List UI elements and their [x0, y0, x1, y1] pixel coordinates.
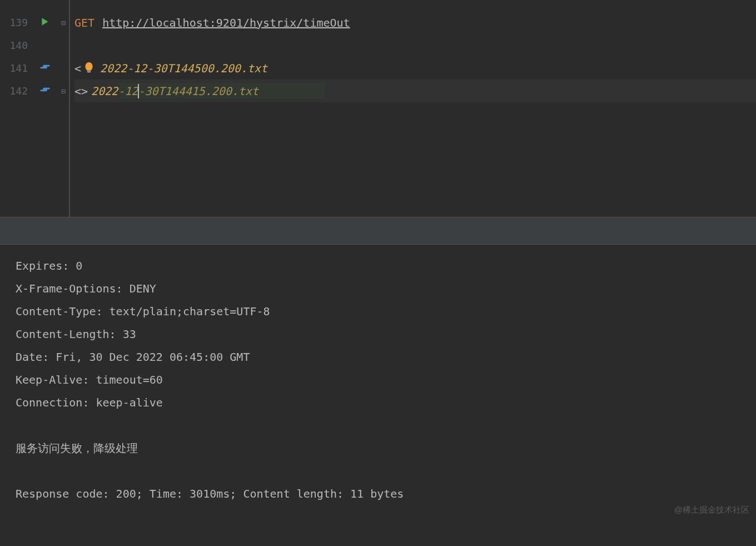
response-body: 服务访问失败，降级处理: [16, 437, 740, 460]
response-header: Content-Length: 33: [16, 323, 740, 346]
selection-highlight: [119, 83, 325, 98]
code-line-response-file-current[interactable]: <> 2022-12-30T144415.200.txt: [74, 80, 756, 102]
line-number: 140: [0, 34, 32, 57]
response-header: Connection: keep-alive: [16, 391, 740, 414]
line-number-gutter: 139 140 141 142: [0, 0, 32, 217]
code-area[interactable]: GET http://localhost:9201/hystrix/timeOu…: [70, 0, 756, 217]
svg-rect-1: [87, 70, 91, 72]
fold-gutter: ⊟ ⊟: [58, 0, 70, 217]
response-arrow-icon[interactable]: [39, 61, 51, 76]
http-method: GET: [74, 16, 94, 29]
fold-icon[interactable]: ⊟: [61, 18, 66, 27]
svg-point-0: [85, 62, 92, 71]
code-line-request[interactable]: GET http://localhost:9201/hystrix/timeOu…: [74, 11, 756, 34]
response-header: Content-Type: text/plain;charset=UTF-8: [16, 300, 740, 323]
pane-separator[interactable]: [0, 217, 756, 245]
fold-end-icon[interactable]: ⊟: [61, 87, 66, 96]
watermark: @稀土掘金技术社区: [674, 505, 749, 515]
angle-bracket: <>: [74, 85, 88, 98]
blank-line: [16, 414, 740, 437]
line-number: 141: [0, 57, 32, 80]
response-arrow-icon[interactable]: [39, 83, 51, 98]
response-header: Keep-Alive: timeout=60: [16, 369, 740, 391]
angle-bracket: <: [74, 62, 81, 75]
response-header: X-Frame-Options: DENY: [16, 277, 740, 300]
response-filename[interactable]: 2022-12-30T144500.200.txt: [100, 62, 267, 75]
response-header: Date: Fri, 30 Dec 2022 06:45:00 GMT: [16, 346, 740, 369]
intention-bulb-icon[interactable]: [83, 63, 94, 74]
blank-line: [16, 460, 740, 483]
text-cursor: [138, 84, 139, 98]
response-status: Response code: 200; Time: 3010ms; Conten…: [16, 483, 740, 505]
code-line-empty[interactable]: [74, 34, 756, 57]
output-pane[interactable]: Expires: 0 X-Frame-Options: DENY Content…: [0, 245, 756, 515]
run-icon[interactable]: [40, 16, 50, 29]
gutter-actions: [32, 0, 58, 217]
line-number: 142: [0, 80, 32, 102]
http-url[interactable]: http://localhost:9201/hystrix/timeOut: [102, 16, 350, 29]
response-header: Expires: 0: [16, 255, 740, 277]
code-line-response-file[interactable]: < 2022-12-30T144500.200.txt: [74, 57, 756, 80]
editor-pane: 139 140 141 142: [0, 0, 756, 217]
line-number: 139: [0, 11, 32, 34]
